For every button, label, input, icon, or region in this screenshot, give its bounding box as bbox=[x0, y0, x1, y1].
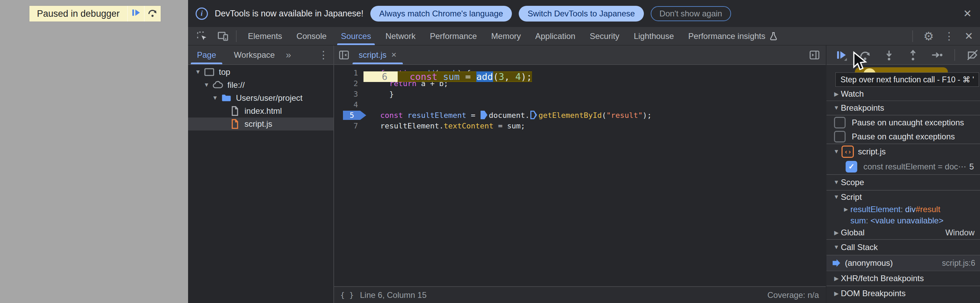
breakpoint-badge[interactable]: 5 bbox=[343, 111, 366, 120]
folder-icon bbox=[220, 92, 232, 104]
step-over-icon bbox=[147, 7, 158, 21]
breakpoints-section-header[interactable]: ▼ Breakpoints bbox=[826, 101, 980, 116]
dont-show-again-button[interactable]: Don't show again bbox=[651, 6, 731, 21]
scope-section-header[interactable]: ▼ Scope bbox=[826, 174, 980, 190]
gutter-line-3[interactable]: 3 bbox=[334, 89, 368, 99]
xhr-breakpoints-label: XHR/fetch Breakpoints bbox=[841, 274, 924, 283]
expander-icon[interactable]: ▼ bbox=[202, 82, 211, 89]
tab-page[interactable]: Page bbox=[188, 46, 225, 64]
navigator-menu-icon[interactable]: ⋮ bbox=[318, 49, 329, 61]
inspect-element-icon[interactable] bbox=[196, 30, 208, 42]
code-text: const resultElement = document.getElemen… bbox=[368, 110, 826, 121]
scope-script-label: Script bbox=[841, 192, 862, 202]
tree-item-label: Users/user/project bbox=[236, 93, 302, 103]
dom-breakpoints-section-header[interactable]: ▶ DOM Breakpoints bbox=[826, 286, 980, 301]
step-over-paused-button[interactable] bbox=[144, 6, 161, 22]
devtools-main-toolbar: ElementsConsoleSourcesNetworkPerformance… bbox=[188, 27, 980, 46]
expander-icon[interactable]: ▼ bbox=[194, 69, 202, 76]
chevron-right-icon: ▶ bbox=[832, 275, 841, 282]
tree-item-label: file:// bbox=[228, 80, 245, 90]
step-icon[interactable] bbox=[931, 49, 943, 62]
tab-application[interactable]: Application bbox=[528, 27, 582, 45]
show-debugger-sidebar-icon[interactable] bbox=[809, 49, 820, 61]
inline-breakpoint-marker[interactable] bbox=[480, 111, 487, 119]
gutter-line-4[interactable]: 4 bbox=[334, 99, 368, 110]
scope-global-group[interactable]: ▶ Global Window bbox=[826, 226, 980, 239]
code-line-4[interactable]: 4 bbox=[334, 99, 826, 110]
call-stack-frame[interactable]: (anonymous) script.js:6 bbox=[826, 255, 980, 271]
paused-in-debugger-banner: Paused in debugger bbox=[29, 6, 161, 22]
breakpoint-line-number: 5 bbox=[969, 162, 974, 171]
tab-close-icon[interactable]: × bbox=[391, 49, 396, 60]
tab-label: Performance bbox=[430, 32, 477, 41]
code-line-7[interactable]: 7resultElement.textContent = sum; bbox=[334, 121, 826, 131]
resume-script-icon[interactable] bbox=[835, 49, 848, 62]
gutter-line-5[interactable]: 5 bbox=[334, 110, 368, 121]
tab-network[interactable]: Network bbox=[378, 27, 423, 45]
watch-section-header[interactable]: ▶ Watch bbox=[826, 87, 980, 101]
tab-performance[interactable]: Performance bbox=[423, 27, 484, 45]
breakpoint-file-group[interactable]: ▼ ‹› script.js bbox=[826, 144, 980, 159]
tab-workspace[interactable]: Workspace bbox=[225, 46, 284, 64]
step-into-icon[interactable] bbox=[883, 49, 896, 62]
tab-sources[interactable]: Sources bbox=[334, 27, 378, 45]
editor-tab-scriptjs[interactable]: script.js × bbox=[352, 46, 404, 64]
gutter-line-1[interactable]: 1 bbox=[334, 68, 368, 78]
screenshot-root: Paused in debugger i DevTools is now ava… bbox=[0, 0, 980, 303]
more-tabs-icon[interactable]: » bbox=[286, 49, 291, 60]
resume-script-button[interactable] bbox=[127, 6, 144, 22]
code-line-6[interactable]: 6const sum = add(3, 4); bbox=[363, 71, 532, 82]
switch-to-japanese-button[interactable]: Switch DevTools to Japanese bbox=[519, 6, 644, 22]
inline-breakpoint-marker[interactable] bbox=[530, 111, 537, 119]
tree-item-file-[interactable]: ▼file:// bbox=[188, 79, 333, 92]
breakpoint-entry[interactable]: ✓ const resultElement = doc⋯ 5 bbox=[826, 159, 980, 174]
gutter-line-2[interactable]: 2 bbox=[334, 78, 368, 89]
settings-gear-icon[interactable]: ⚙ bbox=[923, 29, 934, 43]
tab-performance-insights[interactable]: Performance insights bbox=[681, 27, 786, 45]
scope-script-group[interactable]: ▼ Script bbox=[826, 190, 980, 204]
tab-console[interactable]: Console bbox=[289, 27, 334, 45]
chevron-down-icon: ▼ bbox=[832, 148, 841, 155]
tree-item-label: top bbox=[219, 67, 230, 77]
flask-icon bbox=[769, 31, 778, 42]
tree-item-script.js[interactable]: script.js bbox=[188, 117, 333, 130]
call-stack-section-header[interactable]: ▼ Call Stack bbox=[826, 239, 980, 255]
code-line-5[interactable]: 5const resultElement = document.getEleme… bbox=[334, 110, 826, 121]
pause-caught-checkbox[interactable] bbox=[834, 131, 846, 143]
tab-security[interactable]: Security bbox=[583, 27, 627, 45]
deactivate-breakpoints-icon[interactable] bbox=[966, 49, 979, 62]
more-options-icon[interactable]: ⋮ bbox=[944, 30, 955, 42]
chevron-down-icon: ▼ bbox=[832, 244, 841, 251]
tree-item-top[interactable]: ▼top bbox=[188, 66, 333, 79]
pretty-print-icon[interactable]: { } bbox=[340, 291, 354, 299]
gutter-line-6[interactable]: 6 bbox=[363, 71, 398, 82]
chevron-down-icon: ▼ bbox=[832, 105, 841, 111]
step-out-icon[interactable] bbox=[907, 49, 920, 62]
editor-tab-label: script.js bbox=[359, 50, 387, 60]
tree-item-index.html[interactable]: index.html bbox=[188, 105, 333, 117]
gutter-line-7[interactable]: 7 bbox=[334, 121, 368, 131]
frame-location: script.js:6 bbox=[942, 259, 975, 268]
scope-var-resultelement[interactable]: ▶ resultElement: div#result bbox=[826, 204, 980, 215]
toggle-device-toolbar-icon[interactable] bbox=[217, 30, 229, 42]
scope-label: Scope bbox=[841, 178, 864, 187]
sources-navigator: Page Workspace » ⋮ ▼top▼file://▼Users/us… bbox=[188, 46, 334, 303]
always-match-language-button[interactable]: Always match Chrome's language bbox=[370, 6, 512, 22]
xhr-breakpoints-section-header[interactable]: ▶ XHR/fetch Breakpoints bbox=[826, 271, 980, 286]
pause-uncaught-checkbox[interactable] bbox=[834, 117, 846, 128]
tab-lighthouse[interactable]: Lighthouse bbox=[627, 27, 681, 45]
tab-memory[interactable]: Memory bbox=[484, 27, 528, 45]
debugger-toolbar bbox=[826, 46, 980, 65]
breakpoint-checkbox[interactable]: ✓ bbox=[846, 161, 857, 173]
hide-navigator-icon[interactable] bbox=[338, 49, 350, 61]
infobar-close-icon[interactable]: ✕ bbox=[963, 8, 972, 19]
frame-icon bbox=[203, 66, 215, 78]
code-line-3[interactable]: 3 } bbox=[334, 89, 826, 99]
tree-item-users-user-project[interactable]: ▼Users/user/project bbox=[188, 92, 333, 105]
devtools-close-icon[interactable]: ✕ bbox=[965, 30, 973, 42]
expander-icon[interactable]: ▼ bbox=[211, 95, 220, 102]
tab-elements[interactable]: Elements bbox=[241, 27, 289, 45]
code-text: const sum = add(3, 4); bbox=[398, 71, 532, 82]
tab-label: Console bbox=[296, 32, 326, 41]
scope-var-sum[interactable]: sum: <value unavailable> bbox=[826, 215, 980, 226]
